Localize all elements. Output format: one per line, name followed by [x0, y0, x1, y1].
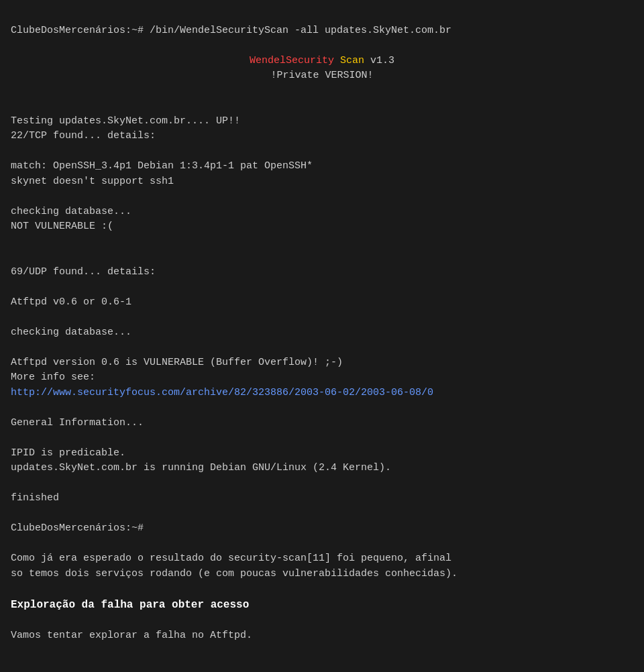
atftpd-version: Atftpd v0.6 or 0.6-1 — [11, 296, 131, 308]
testing-line: Testing updates.SkyNet.com.br.... UP!! — [11, 115, 240, 127]
general-info: General Information... — [11, 417, 144, 429]
checking-db-2: checking database... — [11, 327, 131, 338]
title-version: v1.3 — [364, 55, 394, 66]
section-title: Exploração da falha para obter acesso — [11, 599, 249, 611]
terminal-output: ClubeDosMercenários:~# /bin/WendelSecuri… — [11, 8, 633, 643]
closing-line: Vamos tentar explorar a falha no Atftpd. — [11, 630, 252, 641]
tcp-found: 22/TCP found... details: — [11, 130, 156, 142]
skynet-ssh: skynet doesn't support ssh1 — [11, 176, 174, 187]
tool-title: WendelSecurity Scan v1.3 !Private VERSIO… — [11, 54, 633, 84]
not-vulnerable: NOT VULNERABLE :( — [11, 221, 113, 232]
vulnerable-line: Atftpd version 0.6 is VULNERABLE (Buffer… — [11, 357, 343, 368]
title-wendel: WendelSecurity — [250, 55, 334, 66]
commentary-1: Como já era esperado o resultado do secu… — [11, 553, 451, 564]
commentary-2: so temos dois serviços rodando (e com po… — [11, 568, 458, 579]
prompt-line: ClubeDosMercenários:~# — [11, 522, 144, 534]
reference-url: http://www.securityfocus.com/archive/82/… — [11, 387, 433, 398]
checking-db-1: checking database... — [11, 206, 131, 217]
match-line: match: OpenSSH_3.4p1 Debian 1:3.4p1-1 pa… — [11, 160, 313, 172]
command-line: ClubeDosMercenários:~# /bin/WendelSecuri… — [11, 25, 451, 36]
debian-line: updates.SkyNet.com.br is running Debian … — [11, 462, 391, 473]
title-private: !Private VERSION! — [270, 70, 373, 81]
more-info: More info see: — [11, 372, 95, 383]
title-scan: Scan — [334, 55, 364, 66]
ipid-line: IPID is predicable. — [11, 447, 125, 459]
finished-label: finished — [11, 492, 59, 504]
udp-found: 69/UDP found... details: — [11, 266, 156, 278]
